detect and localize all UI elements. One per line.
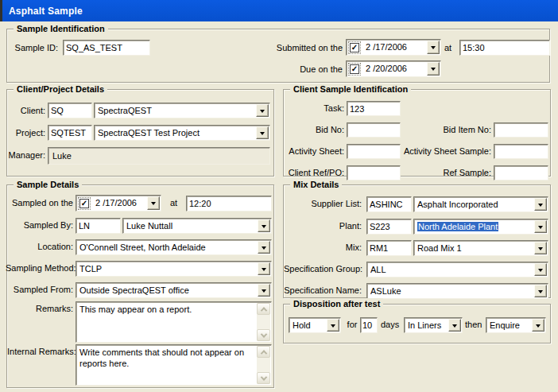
disposition-action-dropdown-button[interactable]	[327, 319, 339, 332]
ref-sample-label: Ref Sample:	[371, 168, 491, 177]
sampling-method-combobox[interactable]: TCLP	[76, 261, 272, 277]
plant-combobox[interactable]: North Adelaide Plant	[413, 219, 548, 235]
chevron-down-icon	[260, 132, 265, 135]
spec-name-value: ASLuke	[370, 286, 533, 296]
sampled-by-combobox[interactable]: Luke Nuttall	[122, 218, 272, 234]
group-client-sample-identification: Client Sample Identification Task: Bid N…	[283, 89, 551, 177]
sample-id-label: Sample ID:	[9, 43, 58, 52]
internal-remarks-scrollbar[interactable]	[257, 346, 270, 384]
spec-name-dropdown-button[interactable]	[534, 285, 547, 297]
submitted-date-checkbox[interactable]: ✓	[350, 43, 359, 52]
disposition-action-combobox[interactable]: Hold	[289, 317, 341, 333]
scroll-down-button[interactable]	[257, 329, 270, 341]
project-label: Project:	[7, 128, 45, 138]
sampled-date-value: 2 /17/2006	[95, 198, 137, 208]
ref-sample-input[interactable]	[494, 165, 548, 180]
sampled-date-picker[interactable]: ✓ 2 /17/2006	[76, 195, 161, 212]
project-combobox[interactable]: SpectraQEST Test Project	[94, 125, 270, 141]
internal-remarks-label: Internal Remarks:	[7, 347, 73, 356]
chevron-down-icon	[151, 202, 156, 205]
scroll-down-button[interactable]	[257, 372, 270, 384]
due-date-value: 2 /20/2006	[366, 64, 407, 73]
plant-name-value: North Adelaide Plant	[417, 222, 533, 231]
mix-combobox[interactable]: Road Mix 1	[413, 240, 548, 256]
plant-dropdown-button[interactable]	[534, 220, 547, 233]
sampled-from-combobox[interactable]: Outside SpectraQEST office	[76, 282, 272, 298]
asphalt-sample-window: Asphalt Sample Sample Identification Sam…	[0, 0, 558, 392]
sampled-by-dropdown-button[interactable]	[258, 219, 270, 232]
remarks-text: This may appear on a report.	[79, 304, 254, 315]
spec-group-dropdown-button[interactable]	[534, 263, 547, 276]
sampled-from-label: Sampled From:	[7, 285, 73, 294]
disposition-container-dropdown-button[interactable]	[448, 319, 461, 332]
window-titlebar[interactable]: Asphalt Sample	[0, 0, 558, 21]
bid-item-no-label: Bid Item No:	[371, 125, 491, 134]
sampled-date-dropdown-button[interactable]	[147, 196, 160, 210]
chevron-down-icon	[538, 269, 543, 272]
group-mix-details: Mix Details Supplier List: Asphalt Incor…	[283, 184, 551, 298]
supplier-name-value: Asphalt Incorporated	[417, 200, 533, 209]
submitted-on-label: Submitted on the	[262, 43, 343, 52]
project-dropdown-button[interactable]	[256, 126, 269, 139]
activity-sheet-sample-input[interactable]	[494, 144, 548, 159]
supplier-combobox[interactable]: Asphalt Incorporated	[413, 196, 548, 212]
location-dropdown-button[interactable]	[258, 241, 270, 254]
submitted-date-picker[interactable]: ✓ 2 /17/2006	[346, 39, 441, 56]
client-combobox[interactable]: SpectraQEST	[94, 103, 270, 118]
sampled-date-checkbox[interactable]: ✓	[79, 199, 89, 208]
client-code-input[interactable]	[48, 103, 92, 118]
sampled-time-input[interactable]	[186, 196, 272, 212]
group-disposition-after-test: Disposition after test Hold for days In …	[283, 304, 551, 343]
days-label: days	[381, 320, 403, 329]
group-client-sample-id-title: Client Sample Identification	[290, 83, 411, 95]
client-dropdown-button[interactable]	[256, 104, 269, 117]
bid-item-no-input[interactable]	[494, 122, 548, 138]
task-input[interactable]	[347, 101, 401, 116]
disposition-then-dropdown-button[interactable]	[532, 319, 544, 332]
bid-no-label: Bid No:	[284, 125, 344, 134]
submitted-time-input[interactable]	[459, 40, 550, 56]
disposition-container-combobox[interactable]: In Liners	[404, 317, 463, 333]
spec-name-combobox[interactable]: ASLuke	[366, 283, 548, 299]
due-date-dropdown-button[interactable]	[427, 62, 440, 76]
due-date-checkbox[interactable]: ✓	[350, 64, 359, 74]
chevron-down-icon	[536, 324, 541, 328]
disposition-days-input[interactable]	[360, 317, 378, 333]
sampled-by-code-input[interactable]	[76, 218, 121, 234]
submitted-date-dropdown-button[interactable]	[427, 41, 440, 54]
sampled-from-dropdown-button[interactable]	[258, 284, 270, 297]
due-date-picker[interactable]: ✓ 2 /20/2006	[346, 60, 441, 77]
supplier-code-input[interactable]	[366, 196, 412, 212]
chevron-down-icon	[331, 324, 335, 328]
group-disposition-title: Disposition after test	[290, 298, 383, 309]
chevron-down-icon	[538, 290, 543, 293]
mix-dropdown-button[interactable]	[534, 242, 547, 254]
remarks-scrollbar[interactable]	[257, 303, 270, 341]
sampled-by-name-value: Luke Nuttall	[126, 221, 257, 231]
project-code-input[interactable]	[48, 125, 92, 141]
chevron-up-icon	[260, 350, 266, 356]
location-combobox[interactable]: O'Connell Street, North Adelaide	[76, 239, 272, 255]
sample-id-input[interactable]	[63, 40, 150, 56]
sampling-method-dropdown-button[interactable]	[258, 262, 270, 275]
submitted-at-label: at	[444, 43, 457, 52]
chevron-down-icon	[452, 324, 457, 328]
internal-remarks-text: Write comments that should not appear on…	[79, 347, 254, 369]
remarks-textarea[interactable]: This may appear on a report.	[76, 301, 272, 343]
scroll-up-button[interactable]	[257, 346, 270, 358]
scroll-up-button[interactable]	[257, 303, 270, 315]
group-client-project-details: Client/Project Details Client: SpectraQE…	[6, 89, 274, 177]
supplier-dropdown-button[interactable]	[534, 198, 547, 211]
mix-code-input[interactable]	[366, 240, 412, 256]
group-client-project-title: Client/Project Details	[14, 83, 107, 95]
group-sample-identification: Sample Identification Sample ID: Submitt…	[6, 29, 550, 83]
disposition-then-combobox[interactable]: Enquire	[486, 317, 546, 333]
sampled-from-value: Outside SpectraQEST office	[79, 285, 257, 295]
window-title: Asphalt Sample	[2, 6, 83, 17]
plant-code-input[interactable]	[366, 219, 412, 235]
location-value: O'Connell Street, North Adelaide	[79, 243, 257, 252]
chevron-down-icon	[262, 289, 266, 293]
spec-group-combobox[interactable]: ALL	[366, 262, 548, 278]
internal-remarks-textarea[interactable]: Write comments that should not appear on…	[76, 344, 272, 386]
spec-group-value: ALL	[370, 265, 533, 274]
